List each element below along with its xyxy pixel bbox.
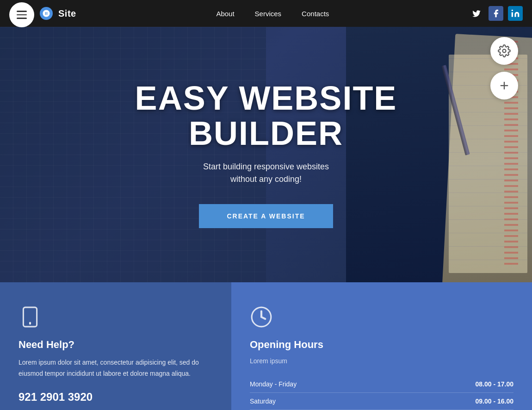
navbar-social xyxy=(469,6,523,21)
facebook-icon[interactable] xyxy=(489,6,503,21)
svg-point-6 xyxy=(29,323,31,325)
hours-row: Monday - Friday08.00 - 17.00 xyxy=(250,376,513,393)
linkedin-icon[interactable] xyxy=(508,6,523,21)
hours-card-subtitle: Lorem ipsum xyxy=(250,357,513,365)
clock-icon xyxy=(250,305,513,330)
hamburger-button[interactable] xyxy=(9,2,34,27)
hero-content: EASY WEBSITE BUILDER Start building resp… xyxy=(135,81,397,228)
nav-contacts[interactable]: Contacts xyxy=(291,0,339,27)
hamburger-icon xyxy=(17,11,27,19)
navbar-nav: About Services Contacts xyxy=(206,0,339,27)
hours-day: Saturday xyxy=(250,393,395,410)
nav-services[interactable]: Services xyxy=(245,0,292,27)
hours-time: 08.00 - 17.00 xyxy=(395,376,513,393)
site-logo-icon xyxy=(40,7,53,20)
svg-point-0 xyxy=(512,10,513,11)
cta-button[interactable]: CREATE A WEBSITE xyxy=(199,204,333,228)
help-card-phone: 921 2901 3920 xyxy=(19,391,213,404)
hours-day: Monday - Friday xyxy=(250,376,395,393)
help-card-desc: Lorem ipsum dolor sit amet, consectetur … xyxy=(19,357,213,379)
settings-fab-button[interactable] xyxy=(490,37,518,65)
help-card-title: Need Help? xyxy=(19,339,213,351)
nav-about[interactable]: About xyxy=(206,0,244,27)
hours-time: 09.00 - 16.00 xyxy=(395,393,513,410)
twitter-icon[interactable] xyxy=(469,6,484,21)
settings-icon xyxy=(498,44,511,57)
cards-row: Need Help? Lorem ipsum dolor sit amet, c… xyxy=(0,282,532,410)
navbar-brand: Site xyxy=(9,1,76,26)
svg-point-1 xyxy=(503,50,506,53)
navbar: Site About Services Contacts xyxy=(0,0,532,27)
plus-icon xyxy=(498,79,511,92)
hours-card: Opening Hours Lorem ipsum Monday - Frida… xyxy=(231,282,532,410)
help-card: Need Help? Lorem ipsum dolor sit amet, c… xyxy=(0,282,231,410)
add-fab-button[interactable] xyxy=(490,72,518,99)
hours-card-title: Opening Hours xyxy=(250,339,513,351)
hours-table: Monday - Friday08.00 - 17.00Saturday09.0… xyxy=(250,376,513,410)
hero-title: EASY WEBSITE BUILDER xyxy=(135,81,397,151)
hero-subtitle: Start building responsive websites witho… xyxy=(135,161,397,186)
tablet-icon xyxy=(19,305,213,330)
site-name: Site xyxy=(58,8,76,19)
hero-section: EASY WEBSITE BUILDER Start building resp… xyxy=(0,0,532,282)
hours-row: Saturday09.00 - 16.00 xyxy=(250,393,513,410)
